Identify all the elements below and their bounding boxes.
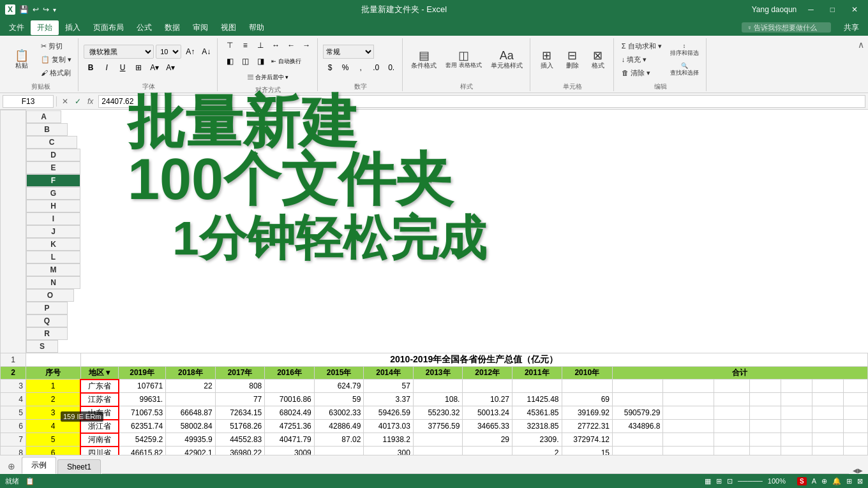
cell-data[interactable]: [714, 393, 749, 406]
undo-icon[interactable]: ↩: [33, 5, 39, 14]
cell-data[interactable]: 54259.2: [119, 433, 166, 447]
cell-data[interactable]: 47251.36: [265, 420, 315, 433]
cell-data[interactable]: 27722.31: [562, 420, 612, 433]
col-header-C[interactable]: C: [26, 136, 77, 149]
cell-data[interactable]: [749, 393, 781, 406]
menu-item-review[interactable]: 审阅: [186, 20, 214, 35]
cell-data[interactable]: 69: [562, 393, 612, 406]
currency-button[interactable]: $: [323, 61, 337, 75]
cell-data[interactable]: [265, 380, 315, 393]
find-select-button[interactable]: 🔍 查找和选择: [667, 61, 702, 79]
cell-data[interactable]: [812, 433, 843, 447]
cell-data[interactable]: 62351.74: [119, 420, 166, 433]
cell-data[interactable]: 300: [364, 447, 414, 455]
search-input[interactable]: [742, 22, 831, 33]
cell-data[interactable]: 32318.85: [512, 420, 562, 433]
align-left-button[interactable]: ◧: [223, 54, 237, 68]
format-painter-button[interactable]: 🖌 格式刷: [38, 67, 74, 79]
wrap-text-button[interactable]: ⇤ 自动换行: [269, 54, 304, 68]
share-button[interactable]: 共享: [837, 21, 865, 34]
menu-item-data[interactable]: 数据: [158, 20, 186, 35]
cell-data[interactable]: 434896.8: [612, 420, 662, 433]
cell-data[interactable]: 46615.82: [119, 447, 166, 455]
maximize-button[interactable]: □: [825, 4, 840, 15]
cell-seq[interactable]: 6: [26, 447, 81, 455]
header-2012[interactable]: 2012年: [463, 366, 513, 380]
fill-button[interactable]: ↓ 填充 ▾: [619, 54, 664, 66]
insert-function-button[interactable]: fx: [85, 97, 96, 106]
cell-data[interactable]: [781, 393, 812, 406]
cell-data[interactable]: 59426.59: [364, 406, 414, 420]
cell-data[interactable]: 15: [562, 447, 612, 455]
align-top-button[interactable]: ⊤: [223, 38, 237, 52]
cell-data[interactable]: [812, 393, 843, 406]
col-header-F[interactable]: F: [26, 174, 80, 187]
cell-seq[interactable]: 1: [26, 380, 81, 393]
cell-data[interactable]: 3.37: [364, 393, 414, 406]
save-icon[interactable]: 💾: [19, 5, 29, 14]
cell-data[interactable]: 11938.2: [364, 433, 414, 447]
cell-seq[interactable]: 2: [26, 393, 81, 406]
cell-data[interactable]: [812, 406, 843, 420]
font-increase-button[interactable]: A↑: [183, 45, 197, 59]
delete-button[interactable]: ⊟ 删除: [561, 48, 584, 72]
insert-button[interactable]: ⊞ 插入: [535, 48, 558, 72]
header-2015[interactable]: 2015年: [314, 366, 364, 380]
indent-increase-button[interactable]: →: [299, 38, 313, 52]
cell-data[interactable]: 55230.32: [413, 406, 463, 420]
paste-button[interactable]: 📋 粘贴: [8, 48, 36, 72]
col-header-J[interactable]: J: [26, 225, 80, 238]
cell-A1[interactable]: [26, 353, 81, 366]
cell-data[interactable]: 71067.53: [119, 406, 166, 420]
cell-data[interactable]: [781, 447, 812, 455]
cell-data[interactable]: 36980.22: [215, 447, 265, 455]
menu-item-pagelayout[interactable]: 页面布局: [87, 20, 130, 35]
cell-data[interactable]: [843, 447, 867, 455]
cell-data[interactable]: 50013.24: [463, 406, 513, 420]
col-header-S[interactable]: S: [26, 340, 58, 353]
menu-item-help[interactable]: 帮助: [243, 20, 271, 35]
cell-data[interactable]: [843, 393, 867, 406]
cell-data[interactable]: 808: [215, 380, 265, 393]
col-header-G[interactable]: G: [26, 187, 80, 200]
view-page-button[interactable]: ⊡: [727, 477, 733, 485]
cell-data[interactable]: 39169.92: [562, 406, 612, 420]
table-format-button[interactable]: ◫ 套用 表格格式: [442, 48, 485, 71]
formula-input[interactable]: [98, 95, 865, 108]
cell-data[interactable]: 107671: [119, 380, 166, 393]
cell-data[interactable]: 77: [215, 393, 265, 406]
copy-button[interactable]: 📋 复制 ▾: [38, 54, 74, 66]
text-direction-button[interactable]: ↔: [269, 38, 283, 52]
menu-item-insert[interactable]: 插入: [59, 20, 87, 35]
cell-data[interactable]: 624.79: [314, 380, 364, 393]
cell-data[interactable]: 2: [512, 447, 562, 455]
cell-data[interactable]: [714, 406, 749, 420]
cell-data[interactable]: [812, 447, 843, 455]
cell-data[interactable]: [812, 420, 843, 433]
header-2011[interactable]: 2011年: [512, 366, 562, 380]
cancel-formula-button[interactable]: ✕: [59, 97, 71, 106]
cell-data[interactable]: [413, 447, 463, 455]
cell-data[interactable]: 40173.03: [364, 420, 414, 433]
cell-data[interactable]: [781, 420, 812, 433]
col-header-A[interactable]: A: [26, 110, 61, 123]
minimize-button[interactable]: ─: [803, 4, 819, 15]
cell-data[interactable]: 70016.86: [265, 393, 315, 406]
col-header-M[interactable]: M: [26, 263, 80, 276]
ribbon-collapse-button[interactable]: ∧: [858, 40, 864, 50]
clear-button[interactable]: 🗑 清除 ▾: [619, 67, 664, 79]
cell-data[interactable]: 87.02: [314, 433, 364, 447]
menu-item-file[interactable]: 文件: [3, 20, 31, 35]
cell-data[interactable]: [749, 447, 781, 455]
cell-data[interactable]: 37756.59: [413, 420, 463, 433]
cell-data[interactable]: [843, 433, 867, 447]
cell-data[interactable]: 59: [314, 393, 364, 406]
cell-style-button[interactable]: Aa 单元格样式: [488, 48, 526, 72]
sort-filter-button[interactable]: ↕ 排序和筛选: [667, 41, 702, 59]
cell-data[interactable]: [663, 420, 714, 433]
cell-data[interactable]: [562, 380, 612, 393]
cell-data[interactable]: [812, 380, 843, 393]
cell-data[interactable]: [663, 406, 714, 420]
cell-data[interactable]: [166, 393, 216, 406]
bold-button[interactable]: B: [84, 61, 98, 75]
